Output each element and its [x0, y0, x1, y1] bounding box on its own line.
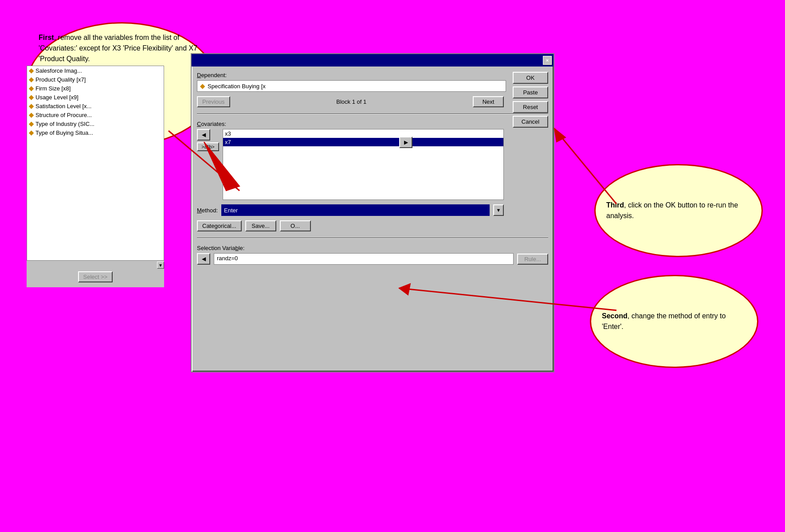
reset-button[interactable]: Reset	[513, 101, 548, 113]
method-label-m: M	[197, 207, 202, 214]
selection-variable-section: Selection Variable: ◀ randz=0 Rule...	[197, 245, 548, 265]
method-dropdown-arrow[interactable]: ▼	[493, 204, 504, 216]
hash-icon: ◆	[29, 85, 34, 92]
hash-icon: ◆	[29, 120, 34, 127]
select-button-area: Select >>	[27, 271, 164, 282]
var-item[interactable]: ◆ Usage Level [x9]	[27, 93, 164, 102]
var-label: Firm Size [x8]	[35, 85, 71, 92]
var-item[interactable]: ◆ Firm Size [x8]	[27, 84, 164, 93]
cov-arrow-button[interactable]: ◀	[197, 129, 210, 141]
selection-label: Selection Variable:	[197, 245, 548, 251]
dependent-section: Dependent: ◆ Specification Buying [x	[197, 72, 506, 92]
var-item[interactable]: ◆ Salesforce Imag...	[27, 66, 164, 75]
hash-icon: ◆	[29, 129, 34, 136]
hash-icon: ◆	[29, 94, 34, 101]
bubble2-bold: Second	[602, 312, 628, 320]
bubble1-bold: First	[39, 34, 54, 41]
ok-button[interactable]: OK	[513, 72, 548, 84]
cov-label-c: C	[197, 121, 201, 127]
covariates-label: Covariates:	[197, 121, 504, 127]
method-label-rest: ethod:	[202, 207, 218, 214]
method-row: Method: Enter ▼	[197, 204, 504, 216]
main-dialog: × Dependent: ◆ Specification Buying [x ▶…	[191, 53, 554, 372]
var-label: Product Quality [x7]	[35, 76, 86, 83]
dependent-field: ◆ Specification Buying [x	[197, 80, 506, 92]
dialog-titlebar: ×	[192, 54, 553, 66]
method-dropdown[interactable]: Enter	[221, 204, 490, 216]
dependent-label: Dependent:	[197, 72, 506, 78]
cov-label-rest: ovariates:	[201, 121, 226, 127]
bottom-buttons-row: Categorical... Save... O...	[197, 220, 504, 231]
dep-hash-icon: ◆	[200, 82, 205, 90]
var-item[interactable]: ◆ Type of Buying Situa...	[27, 128, 164, 137]
bubble2-text: Second, change the method of entry to 'E…	[602, 311, 746, 332]
hash-icon: ◆	[29, 76, 34, 83]
var-item[interactable]: ◆ Product Quality [x7]	[27, 75, 164, 84]
svg-marker-3	[554, 129, 565, 142]
speech-bubble-second: Second, change the method of entry to 'E…	[590, 275, 758, 368]
next-button[interactable]: Next	[473, 96, 504, 107]
variable-list-panel: ◆ Salesforce Imag... ◆ Product Quality […	[27, 66, 164, 287]
var-item[interactable]: ◆ Satisfaction Level [x...	[27, 102, 164, 110]
sel-label-b: b	[235, 245, 238, 251]
bubble1-text: First, remove all the variables from the…	[39, 32, 205, 64]
cov-item-x7[interactable]: x7	[223, 138, 503, 146]
covariates-section: Covariates: ◀ >a*b> x3 x7	[197, 121, 504, 200]
dep-label-rest: ependent:	[201, 72, 227, 78]
dependent-value: Specification Buying [x	[208, 83, 266, 90]
bubble3-after: , click on the OK button to re-run the a…	[606, 201, 738, 219]
selection-field: randz=0	[214, 253, 514, 265]
prev-button[interactable]: Previous	[197, 96, 230, 107]
block-info: Block 1 of 1	[234, 98, 469, 105]
var-item[interactable]: ◆ Structure of Procure...	[27, 110, 164, 119]
bubble3-bold: Third	[606, 201, 624, 209]
covariates-content: ◀ >a*b> x3 x7	[197, 129, 504, 200]
save-button[interactable]: Save...	[245, 220, 276, 231]
categorical-button[interactable]: Categorical...	[197, 220, 242, 231]
dep-arrow-button[interactable]: ▶	[399, 137, 412, 148]
covariate-list[interactable]: x3 x7	[223, 129, 504, 200]
var-label: Usage Level [x9]	[35, 94, 78, 101]
select-button[interactable]: Select >>	[78, 271, 113, 282]
var-item[interactable]: ◆ Type of Industry (SIC...	[27, 119, 164, 128]
hash-icon: ◆	[29, 111, 34, 118]
selection-content: ◀ randz=0 Rule...	[197, 253, 548, 265]
cov-item-x3[interactable]: x3	[223, 129, 503, 138]
block-nav-row: Previous Block 1 of 1 Next	[197, 96, 504, 107]
var-label: Type of Buying Situa...	[35, 129, 93, 136]
cov-buttons-panel: ◀ >a*b>	[197, 129, 219, 200]
cancel-button[interactable]: Cancel	[513, 116, 548, 128]
speech-bubble-third: Third, click on the OK button to re-run …	[594, 164, 763, 257]
separator-line	[197, 113, 548, 114]
bubble3-text: Third, click on the OK button to re-run …	[606, 200, 751, 221]
hash-icon: ◆	[29, 102, 34, 110]
bubble1-after: , remove all the variables from the list…	[39, 34, 197, 63]
paste-button[interactable]: Paste	[513, 86, 548, 98]
dep-label-text: D	[197, 72, 201, 78]
dep-arrow-section: ▶	[399, 137, 412, 148]
rule-button[interactable]: Rule...	[517, 254, 548, 265]
right-buttons-panel: OK Paste Reset Cancel	[513, 72, 548, 128]
method-label: Method:	[197, 207, 218, 214]
var-label: Structure of Procure...	[35, 112, 92, 118]
hash-icon: ◆	[29, 67, 34, 74]
dialog-body: Dependent: ◆ Specification Buying [x ▶ P…	[192, 66, 553, 372]
var-label: Salesforce Imag...	[35, 67, 82, 74]
var-label: Satisfaction Level [x...	[35, 103, 91, 110]
var-label: Type of Industry (SIC...	[35, 121, 94, 127]
options-button[interactable]: O...	[280, 220, 311, 231]
scroll-down-arrow[interactable]: ▼	[157, 262, 164, 269]
sel-arrow-button[interactable]: ◀	[197, 253, 210, 265]
variable-list[interactable]: ◆ Salesforce Imag... ◆ Product Quality […	[27, 66, 164, 261]
ab-button[interactable]: >a*b>	[197, 142, 219, 151]
separator-line2	[197, 238, 548, 239]
close-button[interactable]: ×	[543, 56, 552, 65]
